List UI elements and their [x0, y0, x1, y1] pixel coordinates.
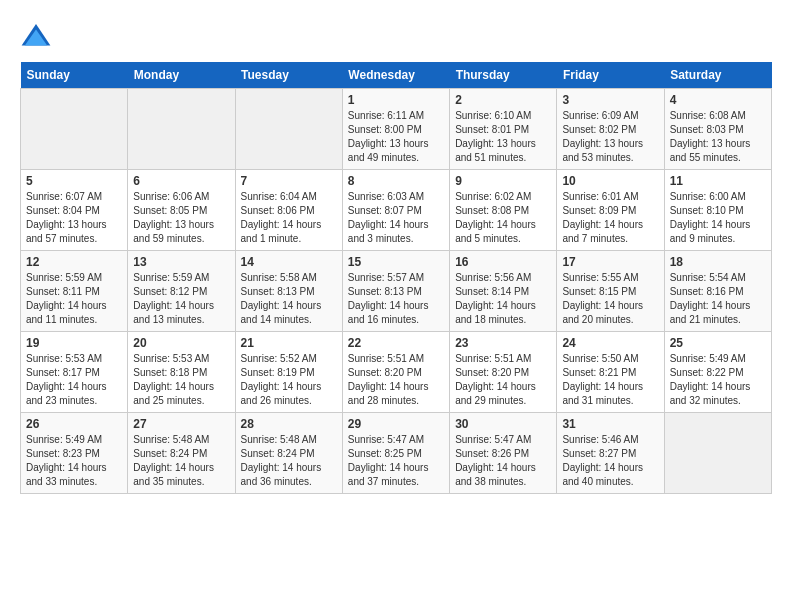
day-info: Sunrise: 5:49 AM Sunset: 8:23 PM Dayligh…: [26, 433, 122, 489]
day-info: Sunrise: 6:01 AM Sunset: 8:09 PM Dayligh…: [562, 190, 658, 246]
day-cell: [235, 89, 342, 170]
day-number: 24: [562, 336, 658, 350]
day-number: 25: [670, 336, 766, 350]
day-cell: 8Sunrise: 6:03 AM Sunset: 8:07 PM Daylig…: [342, 170, 449, 251]
day-info: Sunrise: 6:04 AM Sunset: 8:06 PM Dayligh…: [241, 190, 337, 246]
day-cell: 15Sunrise: 5:57 AM Sunset: 8:13 PM Dayli…: [342, 251, 449, 332]
day-info: Sunrise: 5:47 AM Sunset: 8:26 PM Dayligh…: [455, 433, 551, 489]
day-number: 19: [26, 336, 122, 350]
week-row-3: 12Sunrise: 5:59 AM Sunset: 8:11 PM Dayli…: [21, 251, 772, 332]
day-number: 12: [26, 255, 122, 269]
day-number: 28: [241, 417, 337, 431]
week-row-4: 19Sunrise: 5:53 AM Sunset: 8:17 PM Dayli…: [21, 332, 772, 413]
day-number: 1: [348, 93, 444, 107]
header-thursday: Thursday: [450, 62, 557, 89]
day-info: Sunrise: 6:07 AM Sunset: 8:04 PM Dayligh…: [26, 190, 122, 246]
day-cell: 7Sunrise: 6:04 AM Sunset: 8:06 PM Daylig…: [235, 170, 342, 251]
day-number: 31: [562, 417, 658, 431]
day-info: Sunrise: 6:09 AM Sunset: 8:02 PM Dayligh…: [562, 109, 658, 165]
day-number: 14: [241, 255, 337, 269]
day-cell: 26Sunrise: 5:49 AM Sunset: 8:23 PM Dayli…: [21, 413, 128, 494]
day-number: 6: [133, 174, 229, 188]
day-number: 9: [455, 174, 551, 188]
header-monday: Monday: [128, 62, 235, 89]
day-cell: 4Sunrise: 6:08 AM Sunset: 8:03 PM Daylig…: [664, 89, 771, 170]
day-cell: 14Sunrise: 5:58 AM Sunset: 8:13 PM Dayli…: [235, 251, 342, 332]
logo: [20, 20, 56, 52]
day-info: Sunrise: 6:11 AM Sunset: 8:00 PM Dayligh…: [348, 109, 444, 165]
day-cell: 5Sunrise: 6:07 AM Sunset: 8:04 PM Daylig…: [21, 170, 128, 251]
day-cell: 1Sunrise: 6:11 AM Sunset: 8:00 PM Daylig…: [342, 89, 449, 170]
day-cell: 13Sunrise: 5:59 AM Sunset: 8:12 PM Dayli…: [128, 251, 235, 332]
header-tuesday: Tuesday: [235, 62, 342, 89]
day-number: 7: [241, 174, 337, 188]
header-sunday: Sunday: [21, 62, 128, 89]
day-number: 4: [670, 93, 766, 107]
day-number: 22: [348, 336, 444, 350]
day-cell: 10Sunrise: 6:01 AM Sunset: 8:09 PM Dayli…: [557, 170, 664, 251]
day-cell: 17Sunrise: 5:55 AM Sunset: 8:15 PM Dayli…: [557, 251, 664, 332]
day-cell: 22Sunrise: 5:51 AM Sunset: 8:20 PM Dayli…: [342, 332, 449, 413]
day-info: Sunrise: 5:46 AM Sunset: 8:27 PM Dayligh…: [562, 433, 658, 489]
day-cell: 21Sunrise: 5:52 AM Sunset: 8:19 PM Dayli…: [235, 332, 342, 413]
day-info: Sunrise: 5:53 AM Sunset: 8:17 PM Dayligh…: [26, 352, 122, 408]
day-number: 2: [455, 93, 551, 107]
header-saturday: Saturday: [664, 62, 771, 89]
day-cell: [128, 89, 235, 170]
day-cell: [664, 413, 771, 494]
day-info: Sunrise: 5:59 AM Sunset: 8:12 PM Dayligh…: [133, 271, 229, 327]
week-row-2: 5Sunrise: 6:07 AM Sunset: 8:04 PM Daylig…: [21, 170, 772, 251]
day-cell: 27Sunrise: 5:48 AM Sunset: 8:24 PM Dayli…: [128, 413, 235, 494]
day-info: Sunrise: 5:51 AM Sunset: 8:20 PM Dayligh…: [348, 352, 444, 408]
day-cell: 12Sunrise: 5:59 AM Sunset: 8:11 PM Dayli…: [21, 251, 128, 332]
day-info: Sunrise: 6:00 AM Sunset: 8:10 PM Dayligh…: [670, 190, 766, 246]
day-info: Sunrise: 5:50 AM Sunset: 8:21 PM Dayligh…: [562, 352, 658, 408]
day-cell: 31Sunrise: 5:46 AM Sunset: 8:27 PM Dayli…: [557, 413, 664, 494]
day-number: 15: [348, 255, 444, 269]
week-row-1: 1Sunrise: 6:11 AM Sunset: 8:00 PM Daylig…: [21, 89, 772, 170]
header-row: SundayMondayTuesdayWednesdayThursdayFrid…: [21, 62, 772, 89]
day-number: 26: [26, 417, 122, 431]
day-number: 5: [26, 174, 122, 188]
day-number: 18: [670, 255, 766, 269]
day-cell: 9Sunrise: 6:02 AM Sunset: 8:08 PM Daylig…: [450, 170, 557, 251]
day-info: Sunrise: 6:10 AM Sunset: 8:01 PM Dayligh…: [455, 109, 551, 165]
day-cell: 30Sunrise: 5:47 AM Sunset: 8:26 PM Dayli…: [450, 413, 557, 494]
day-info: Sunrise: 5:55 AM Sunset: 8:15 PM Dayligh…: [562, 271, 658, 327]
day-number: 20: [133, 336, 229, 350]
day-number: 11: [670, 174, 766, 188]
day-info: Sunrise: 6:08 AM Sunset: 8:03 PM Dayligh…: [670, 109, 766, 165]
day-info: Sunrise: 5:56 AM Sunset: 8:14 PM Dayligh…: [455, 271, 551, 327]
day-info: Sunrise: 5:49 AM Sunset: 8:22 PM Dayligh…: [670, 352, 766, 408]
day-cell: 29Sunrise: 5:47 AM Sunset: 8:25 PM Dayli…: [342, 413, 449, 494]
day-number: 21: [241, 336, 337, 350]
day-number: 13: [133, 255, 229, 269]
day-cell: 3Sunrise: 6:09 AM Sunset: 8:02 PM Daylig…: [557, 89, 664, 170]
day-cell: 18Sunrise: 5:54 AM Sunset: 8:16 PM Dayli…: [664, 251, 771, 332]
logo-icon: [20, 20, 52, 52]
day-cell: 2Sunrise: 6:10 AM Sunset: 8:01 PM Daylig…: [450, 89, 557, 170]
day-info: Sunrise: 5:59 AM Sunset: 8:11 PM Dayligh…: [26, 271, 122, 327]
day-cell: 20Sunrise: 5:53 AM Sunset: 8:18 PM Dayli…: [128, 332, 235, 413]
day-number: 29: [348, 417, 444, 431]
day-info: Sunrise: 5:57 AM Sunset: 8:13 PM Dayligh…: [348, 271, 444, 327]
day-cell: 19Sunrise: 5:53 AM Sunset: 8:17 PM Dayli…: [21, 332, 128, 413]
day-cell: 23Sunrise: 5:51 AM Sunset: 8:20 PM Dayli…: [450, 332, 557, 413]
header-friday: Friday: [557, 62, 664, 89]
day-info: Sunrise: 5:51 AM Sunset: 8:20 PM Dayligh…: [455, 352, 551, 408]
day-info: Sunrise: 6:03 AM Sunset: 8:07 PM Dayligh…: [348, 190, 444, 246]
day-info: Sunrise: 5:54 AM Sunset: 8:16 PM Dayligh…: [670, 271, 766, 327]
day-info: Sunrise: 5:48 AM Sunset: 8:24 PM Dayligh…: [241, 433, 337, 489]
day-number: 10: [562, 174, 658, 188]
day-number: 3: [562, 93, 658, 107]
day-cell: 16Sunrise: 5:56 AM Sunset: 8:14 PM Dayli…: [450, 251, 557, 332]
week-row-5: 26Sunrise: 5:49 AM Sunset: 8:23 PM Dayli…: [21, 413, 772, 494]
day-cell: 28Sunrise: 5:48 AM Sunset: 8:24 PM Dayli…: [235, 413, 342, 494]
calendar: SundayMondayTuesdayWednesdayThursdayFrid…: [20, 62, 772, 494]
day-number: 17: [562, 255, 658, 269]
day-info: Sunrise: 5:58 AM Sunset: 8:13 PM Dayligh…: [241, 271, 337, 327]
day-cell: 11Sunrise: 6:00 AM Sunset: 8:10 PM Dayli…: [664, 170, 771, 251]
day-number: 30: [455, 417, 551, 431]
day-info: Sunrise: 5:48 AM Sunset: 8:24 PM Dayligh…: [133, 433, 229, 489]
day-cell: 25Sunrise: 5:49 AM Sunset: 8:22 PM Dayli…: [664, 332, 771, 413]
